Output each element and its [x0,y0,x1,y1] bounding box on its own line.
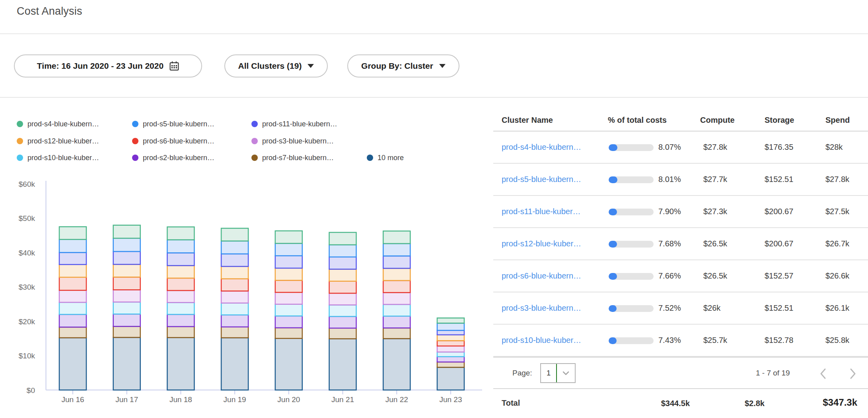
bar-segment[interactable] [167,265,194,278]
bar-segment[interactable] [437,352,464,357]
bar-segment[interactable] [437,323,464,330]
bar-segment[interactable] [329,305,356,316]
bar-segment[interactable] [113,337,140,390]
bar-segment[interactable] [167,314,194,327]
bar-segment[interactable] [329,339,356,390]
bar-segment[interactable] [221,279,248,291]
bar-segment[interactable] [167,253,194,265]
cluster-name-link[interactable]: prod-s3-blue-kubern… [502,292,581,324]
cluster-name-link[interactable]: prod-s4-blue-kubern… [502,132,581,163]
bar-segment[interactable] [59,338,86,390]
bar-segment[interactable] [383,268,410,281]
legend-item[interactable]: prod-s6-blue-kubern… [132,137,214,145]
bar-segment[interactable] [167,278,194,290]
bar-segment[interactable] [275,256,302,268]
legend-item[interactable]: prod-s5-blue-kubern… [132,120,214,128]
bar-segment[interactable] [167,327,194,338]
bar-segment[interactable] [113,326,140,337]
group-by-dropdown[interactable]: Group By: Cluster [347,54,459,77]
legend-item[interactable]: prod-s10-blue-kuber… [17,153,99,162]
bar-segment[interactable] [329,269,356,281]
bar-segment[interactable] [221,327,248,338]
bar-segment[interactable] [221,315,248,327]
bar-segment[interactable] [383,244,410,256]
legend-item[interactable]: prod-s11-blue-kubern… [251,120,337,128]
bar-segment[interactable] [383,328,410,339]
bar-segment[interactable] [437,367,464,390]
cluster-name-link[interactable]: prod-s12-blue-kuber… [502,228,581,259]
bar-segment[interactable] [113,302,140,314]
bar-segment[interactable] [275,304,302,316]
bar-segment[interactable] [59,327,86,338]
bar-segment[interactable] [437,362,464,367]
bar-segment[interactable] [275,281,302,292]
bar-segment[interactable] [383,304,410,316]
bar-segment[interactable] [221,338,248,390]
bar-segment[interactable] [437,318,464,323]
bar-segment[interactable] [59,253,86,265]
cluster-filter-dropdown[interactable]: All Clusters (19) [224,54,328,77]
bar-segment[interactable] [59,277,86,290]
bar-segment[interactable] [167,338,194,390]
bar-segment[interactable] [167,227,194,240]
bar-segment[interactable] [113,290,140,302]
bar-segment[interactable] [221,228,248,241]
bar-segment[interactable] [383,281,410,292]
bar-segment[interactable] [329,281,356,293]
bar-segment[interactable] [59,265,86,277]
bar-segment[interactable] [383,339,410,390]
bar-segment[interactable] [437,335,464,341]
bar-segment[interactable] [221,303,248,315]
bar-segment[interactable] [383,231,410,244]
next-page-button[interactable] [850,368,856,381]
bar-segment[interactable] [275,292,302,304]
bar-segment[interactable] [275,244,302,256]
cluster-name-link[interactable]: prod-s11-blue-kuber… [502,196,581,227]
bar-segment[interactable] [167,290,194,302]
bar-segment[interactable] [437,346,464,352]
bar-segment[interactable] [59,314,86,327]
bar-segment[interactable] [329,293,356,305]
bar-segment[interactable] [383,316,410,328]
bar-segment[interactable] [221,254,248,267]
bar-segment[interactable] [167,302,194,314]
bar-segment[interactable] [113,225,140,238]
legend-item[interactable]: prod-s4-blue-kubern… [17,120,99,128]
bar-segment[interactable] [59,302,86,314]
legend-item[interactable]: prod-s12-blue-kuber… [17,137,99,145]
bar-segment[interactable] [59,290,86,302]
bar-segment[interactable] [221,267,248,279]
bar-segment[interactable] [59,227,86,240]
legend-item[interactable]: 10 more [367,153,404,162]
bar-segment[interactable] [221,291,248,303]
legend-item[interactable]: prod-s3-blue-kubern… [251,137,334,145]
bar-segment[interactable] [329,232,356,245]
bar-segment[interactable] [329,316,356,328]
bar-segment[interactable] [329,245,356,257]
bar-segment[interactable] [383,256,410,268]
legend-item[interactable]: prod-s2-blue-kubern… [132,153,214,162]
bar-segment[interactable] [383,292,410,304]
cluster-name-link[interactable]: prod-s10-blue-kuber… [502,325,581,356]
bar-segment[interactable] [113,238,140,252]
bar-segment[interactable] [275,328,302,339]
bar-segment[interactable] [275,231,302,244]
page-select[interactable]: 1 [540,363,576,383]
bar-segment[interactable] [221,241,248,254]
bar-segment[interactable] [437,341,464,346]
bar-segment[interactable] [113,264,140,277]
bar-segment[interactable] [167,240,194,253]
bar-segment[interactable] [437,330,464,335]
bar-segment[interactable] [275,268,302,281]
bar-segment[interactable] [113,252,140,264]
bar-segment[interactable] [275,316,302,328]
bar-segment[interactable] [275,339,302,390]
bar-segment[interactable] [113,277,140,290]
cluster-name-link[interactable]: prod-s5-blue-kubern… [502,164,581,195]
prev-page-button[interactable] [819,368,826,381]
time-range-filter[interactable]: Time: 16 Jun 2020 - 23 Jun 2020 [14,54,202,77]
cluster-name-link[interactable]: prod-s6-blue-kubern… [502,260,581,292]
legend-item[interactable]: prod-s7-blue-kubern… [251,153,334,162]
bar-segment[interactable] [329,257,356,269]
bar-segment[interactable] [329,328,356,339]
